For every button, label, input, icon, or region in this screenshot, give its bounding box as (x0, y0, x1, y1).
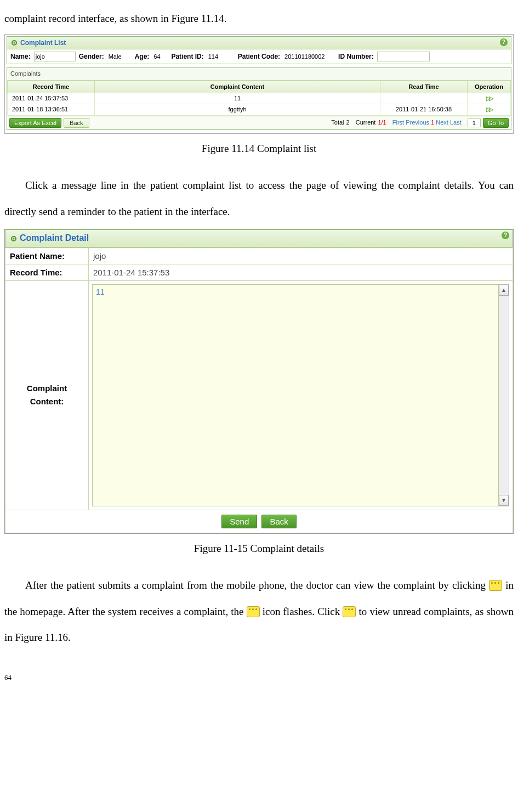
current-value: 1/1 (378, 119, 386, 127)
patient-code-label: Patient Code: (238, 52, 280, 61)
last-link[interactable]: Last (450, 119, 462, 126)
panel-title: Complaint List (20, 38, 66, 48)
patient-id-input[interactable] (207, 52, 235, 61)
goto-input[interactable] (468, 119, 481, 127)
detail-actions: Send Back (5, 510, 513, 533)
help-icon[interactable]: ? (500, 38, 508, 46)
col-record-time: Record Time (8, 81, 95, 93)
age-label: Age: (135, 52, 150, 61)
scroll-down-icon[interactable]: ▼ (499, 495, 509, 506)
gear-icon (10, 235, 18, 243)
complaint-content-label: Complaint Content: (5, 280, 89, 510)
goto-button[interactable]: Go To (483, 118, 509, 128)
scroll-up-icon[interactable]: ▲ (499, 285, 509, 296)
svg-point-3 (13, 238, 15, 239)
figure-complaint-detail: Complaint Detail ? Patient Name: jojo Re… (4, 229, 514, 533)
scrollbar[interactable]: ▲ ▼ (499, 284, 509, 506)
table-row[interactable]: 2011-01-24 15:37:53 11 ▷▷ (8, 93, 511, 104)
page-number: 64 (4, 673, 514, 683)
panel-title: Complaint Detail (20, 232, 89, 244)
patient-code-input[interactable] (283, 52, 335, 61)
next-link[interactable]: Next (436, 119, 448, 126)
name-input[interactable] (34, 52, 76, 61)
cell-content: 11 (95, 93, 380, 104)
back-button[interactable]: Back (261, 515, 296, 528)
svg-point-1 (14, 42, 15, 43)
back-button[interactable]: Back (64, 118, 89, 128)
gender-label: Gender: (79, 52, 104, 61)
panel-header-detail: Complaint Detail ? (5, 229, 513, 247)
chat-icon (247, 606, 260, 617)
cell-time: 2011-01-18 13:36:51 (8, 104, 95, 115)
total-label: Total (331, 119, 344, 127)
name-label: Name: (10, 52, 31, 61)
first-link[interactable]: First (392, 119, 404, 126)
col-operation: Operation (468, 81, 511, 93)
chat-icon (489, 580, 502, 591)
current-label: Current (356, 119, 376, 127)
export-excel-button[interactable]: Export As Excel (9, 118, 61, 128)
age-input[interactable] (152, 52, 168, 61)
complaint-content-textarea[interactable]: 11 (92, 284, 499, 506)
prev-link[interactable]: Previous (406, 119, 429, 126)
cell-read (380, 93, 468, 104)
send-button[interactable]: Send (221, 515, 257, 528)
panel-header-list: Complaint List ? (7, 37, 511, 50)
patient-name-label: Patient Name: (5, 247, 89, 264)
paragraph-2: Click a message line in the patient comp… (4, 172, 514, 224)
cell-content: fggttyh (95, 104, 380, 115)
col-read-time: Read Time (380, 81, 468, 93)
table-row[interactable]: 2011-01-18 13:36:51 fggttyh 2011-01-21 1… (8, 104, 511, 115)
table-footer: Export As Excel Back Total 2 Current 1/1… (7, 116, 511, 129)
cell-op: ▷▷ (468, 93, 511, 104)
complaints-table: Record Time Complaint Content Read Time … (7, 81, 511, 116)
gear-icon (10, 39, 18, 47)
complaints-subtitle: Complaints (7, 68, 511, 80)
detail-table: Patient Name: jojo Record Time: 2011-01-… (5, 247, 513, 510)
paragraph-3: After the patient submits a complaint fr… (4, 572, 514, 651)
total-value: 2 (346, 119, 350, 127)
figure-caption-2: Figure 11-15 Complaint details (4, 542, 514, 556)
record-time-value: 2011-01-24 15:37:53 (89, 264, 513, 280)
cell-read: 2011-01-21 16:50:38 (380, 104, 468, 115)
gender-input[interactable] (107, 52, 132, 61)
col-complaint-content: Complaint Content (95, 81, 380, 93)
chat-icon (343, 606, 356, 617)
figure-complaint-list: Complaint List ? Name: Gender: Age: Pati… (4, 34, 514, 134)
id-number-label: ID Number: (338, 52, 374, 61)
help-icon[interactable]: ? (502, 232, 509, 239)
patient-name-value: jojo (89, 247, 513, 264)
forward-icon[interactable]: ▷▷ (486, 95, 492, 101)
intro-text: complaint record interface, as shown in … (4, 5, 514, 32)
id-number-input[interactable] (377, 52, 430, 61)
cell-time: 2011-01-24 15:37:53 (8, 93, 95, 104)
patient-id-label: Patient ID: (171, 52, 203, 61)
page-now: 1 (431, 119, 434, 126)
forward-icon[interactable]: ▷▷ (486, 106, 492, 112)
record-time-label: Record Time: (5, 264, 89, 280)
cell-op: ▷▷ (468, 104, 511, 115)
filter-bar: Name: Gender: Age: Patient ID: Patient C… (7, 49, 511, 64)
figure-caption-1: Figure 11.14 Complaint list (4, 142, 514, 156)
